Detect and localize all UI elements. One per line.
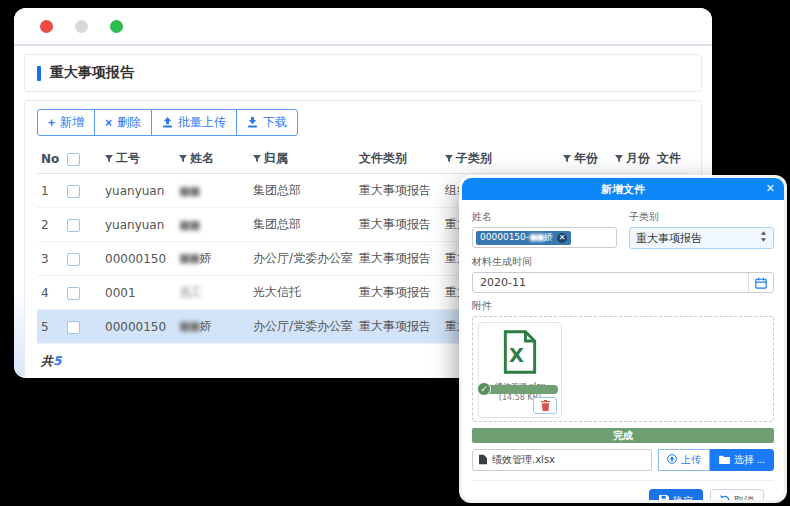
row-checkbox[interactable] xyxy=(67,253,80,266)
cell-employee-id: yuanyuan xyxy=(101,174,175,208)
cell-no: 4 xyxy=(37,276,63,310)
cancel-button[interactable]: 取消 xyxy=(710,489,764,500)
subcategory-select[interactable]: 重大事项报告 xyxy=(629,227,774,249)
redacted-name: ■■ xyxy=(179,251,200,265)
cell-no: 3 xyxy=(37,242,63,276)
download-button[interactable]: 下载 xyxy=(236,109,298,136)
row-checkbox[interactable] xyxy=(67,321,80,334)
cell-employee-id: yuanyuan xyxy=(101,208,175,242)
column-header-label: 月份 xyxy=(626,151,650,165)
upload-file-button[interactable]: 上传 xyxy=(658,449,710,471)
subcategory-field-label: 子类别 xyxy=(629,210,774,224)
uploaded-file-card: X 绩效管理.xlsx (14.58 KB) ✓ xyxy=(478,322,562,418)
filter-icon xyxy=(563,152,571,166)
confirm-button[interactable]: 确定 xyxy=(649,489,703,500)
column-header-label: 文件 xyxy=(657,151,681,165)
close-icon[interactable]: ✕ xyxy=(766,182,775,195)
cell-category: 重大事项报告 xyxy=(355,174,441,208)
spinner-icon xyxy=(760,231,767,245)
cell-employee-id: 0001 xyxy=(101,276,175,310)
upload-status-bar: 完成 xyxy=(472,428,774,443)
redacted-name: ■■ xyxy=(179,184,200,198)
modal-footer: 确定 取消 xyxy=(472,480,774,500)
document-icon xyxy=(479,454,487,467)
name-tag-suffix: 娇 xyxy=(544,232,553,242)
date-value: 2020-11 xyxy=(480,276,526,289)
modal-header: 新增文件 ✕ xyxy=(462,178,784,200)
cancel-button-label: 取消 xyxy=(734,494,754,500)
name-visible-part: 娇 xyxy=(200,251,212,265)
filter-icon xyxy=(615,152,623,166)
title-accent-bar xyxy=(37,66,41,81)
column-header xyxy=(63,144,101,174)
confirm-button-label: 确定 xyxy=(673,494,693,500)
cell-category: 重大事项报告 xyxy=(355,276,441,310)
add-file-modal: 新增文件 ✕ 姓名 00000150-■■娇 ✕ xyxy=(462,178,784,500)
redacted-name: ■■ xyxy=(179,218,200,232)
delete-button[interactable]: × 删除 xyxy=(94,109,152,136)
choose-file-button-label: 选择 ... xyxy=(734,453,765,467)
name-tag: 00000150-■■娇 ✕ xyxy=(476,231,571,245)
file-picker-input[interactable]: 绩效管理.xlsx xyxy=(472,449,652,471)
toolbar: + 新增 × 删除 批量上传 下载 xyxy=(37,109,689,136)
column-header[interactable]: 姓名 xyxy=(175,144,249,174)
undo-icon xyxy=(720,495,730,500)
row-checkbox[interactable] xyxy=(67,185,80,198)
name-tag-redacted: ■■ xyxy=(529,233,544,242)
plus-icon: + xyxy=(48,117,55,129)
folder-icon xyxy=(719,455,730,466)
cell-employee-id: 00000150 xyxy=(101,310,175,344)
date-field-label: 材料生成时间 xyxy=(472,255,774,269)
cell-name: 员工 xyxy=(175,276,249,310)
save-icon xyxy=(659,495,669,500)
attachment-dropzone[interactable]: X 绩效管理.xlsx (14.58 KB) ✓ xyxy=(472,316,774,422)
modal-body: 姓名 00000150-■■娇 ✕ 子类别 重大事项报告 xyxy=(462,200,784,500)
cell-checkbox xyxy=(63,310,101,344)
delete-file-button[interactable] xyxy=(533,397,557,414)
tag-remove-icon[interactable]: ✕ xyxy=(557,233,567,243)
cell-checkbox xyxy=(63,208,101,242)
column-header[interactable]: 归属 xyxy=(249,144,355,174)
upload-progress-bar: ✓ xyxy=(480,385,558,394)
row-checkbox[interactable] xyxy=(67,287,80,300)
window-minimize-button[interactable] xyxy=(75,20,88,33)
column-header[interactable]: 年份 xyxy=(559,144,611,174)
excel-file-icon: X xyxy=(501,330,539,377)
name-tag-prefix: 00000150- xyxy=(480,232,529,242)
picker-filename: 绩效管理.xlsx xyxy=(492,453,555,467)
column-header[interactable]: 月份 xyxy=(611,144,653,174)
cell-category: 重大事项报告 xyxy=(355,208,441,242)
subcategory-selected-value: 重大事项报告 xyxy=(636,231,702,246)
filter-icon xyxy=(445,152,453,166)
filter-icon xyxy=(179,152,187,166)
cell-no: 5 xyxy=(37,310,63,344)
row-checkbox[interactable] xyxy=(67,219,80,232)
column-header[interactable]: 子类别 xyxy=(441,144,559,174)
cell-org: 集团总部 xyxy=(249,208,355,242)
add-button[interactable]: + 新增 xyxy=(37,109,95,136)
name-tag-input[interactable]: 00000150-■■娇 ✕ xyxy=(472,227,617,248)
circle-up-icon xyxy=(667,454,677,466)
column-header[interactable]: 工号 xyxy=(101,144,175,174)
modal-title: 新增文件 xyxy=(601,182,645,197)
select-all-checkbox[interactable] xyxy=(67,153,80,166)
upload-icon xyxy=(162,117,173,128)
date-input[interactable]: 2020-11 xyxy=(472,272,774,293)
page-title-panel: 重大事项报告 xyxy=(24,54,702,92)
svg-text:X: X xyxy=(509,344,524,367)
column-header-label: 文件类别 xyxy=(359,151,407,165)
window-close-button[interactable] xyxy=(40,20,53,33)
column-header-label: 子类别 xyxy=(456,151,492,165)
trash-icon xyxy=(541,400,550,411)
filter-icon xyxy=(253,152,261,166)
window-maximize-button[interactable] xyxy=(110,20,123,33)
column-header-label: 姓名 xyxy=(190,151,214,165)
download-button-label: 下载 xyxy=(263,114,287,131)
cell-checkbox xyxy=(63,174,101,208)
total-count-prefix: 共 xyxy=(41,354,53,368)
calendar-icon[interactable] xyxy=(748,273,773,292)
choose-file-button[interactable]: 选择 ... xyxy=(710,449,774,471)
batch-upload-button[interactable]: 批量上传 xyxy=(151,109,237,136)
column-header: 文件类别 xyxy=(355,144,441,174)
cell-category: 重大事项报告 xyxy=(355,310,441,344)
